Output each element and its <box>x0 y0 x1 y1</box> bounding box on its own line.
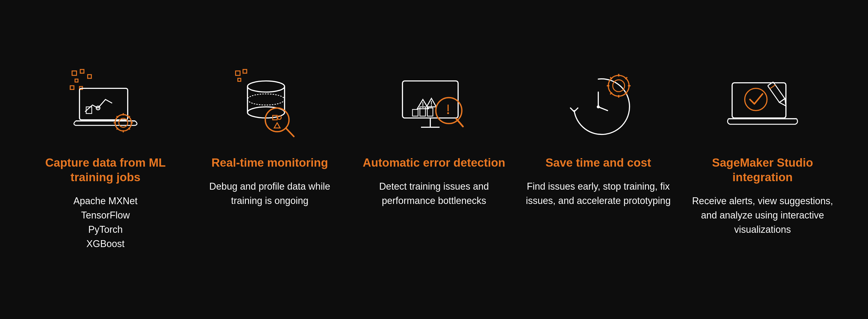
svg-marker-66 <box>779 99 789 108</box>
laptop-gear-icon <box>68 68 143 142</box>
clock-gear-icon <box>561 68 636 142</box>
svg-rect-0 <box>72 71 76 75</box>
svg-rect-20 <box>236 71 240 75</box>
laptop-check-pencil-icon <box>725 68 800 142</box>
auto-error-detection-description: Detect training issues and performance b… <box>360 179 508 208</box>
svg-point-51 <box>597 105 599 108</box>
sagemaker-studio-title: SageMaker Studio integration <box>688 155 837 184</box>
features-container: Capture data from ML training jobs Apach… <box>0 52 868 267</box>
feature-card-auto-error-detection: Automatic error detection Detect trainin… <box>360 68 508 208</box>
svg-rect-1 <box>80 70 84 73</box>
svg-point-41 <box>431 105 432 106</box>
svg-rect-22 <box>238 78 241 81</box>
svg-point-47 <box>447 112 449 114</box>
svg-point-27 <box>247 94 285 105</box>
svg-rect-2 <box>88 75 91 78</box>
svg-line-48 <box>456 119 463 127</box>
realtime-monitoring-description: Debug and profile data while training is… <box>195 179 344 208</box>
svg-rect-42 <box>412 109 418 116</box>
capture-data-description: Apache MXNet TensorFlow PyTorch XGBoost <box>73 194 137 251</box>
svg-point-23 <box>247 81 285 92</box>
svg-line-67 <box>770 85 775 88</box>
feature-card-sagemaker-studio: SageMaker Studio integration Receive ale… <box>688 68 837 237</box>
svg-rect-21 <box>243 70 247 73</box>
capture-data-title: Capture data from ML training jobs <box>31 155 180 184</box>
svg-rect-44 <box>427 108 433 116</box>
svg-marker-31 <box>274 123 280 128</box>
svg-rect-4 <box>70 86 74 90</box>
svg-point-53 <box>613 80 625 92</box>
screen-warning-icon <box>397 68 471 142</box>
svg-point-64 <box>745 88 767 111</box>
database-magnify-icon <box>232 68 307 142</box>
feature-card-realtime-monitoring: Real-time monitoring Debug and profile d… <box>195 68 344 208</box>
feature-card-save-time-cost: Save time and cost Find issues early, st… <box>524 68 673 208</box>
svg-rect-65 <box>768 82 785 103</box>
sagemaker-studio-description: Receive alerts, view suggestions, and an… <box>688 194 837 237</box>
save-time-cost-title: Save time and cost <box>546 155 651 170</box>
svg-line-50 <box>598 107 608 111</box>
feature-card-capture-data: Capture data from ML training jobs Apach… <box>31 68 180 251</box>
save-time-cost-description: Find issues early, stop training, fix is… <box>524 179 673 208</box>
svg-line-32 <box>286 128 294 137</box>
auto-error-detection-title: Automatic error detection <box>363 155 505 170</box>
realtime-monitoring-title: Real-time monitoring <box>211 155 328 170</box>
svg-rect-3 <box>75 79 78 82</box>
